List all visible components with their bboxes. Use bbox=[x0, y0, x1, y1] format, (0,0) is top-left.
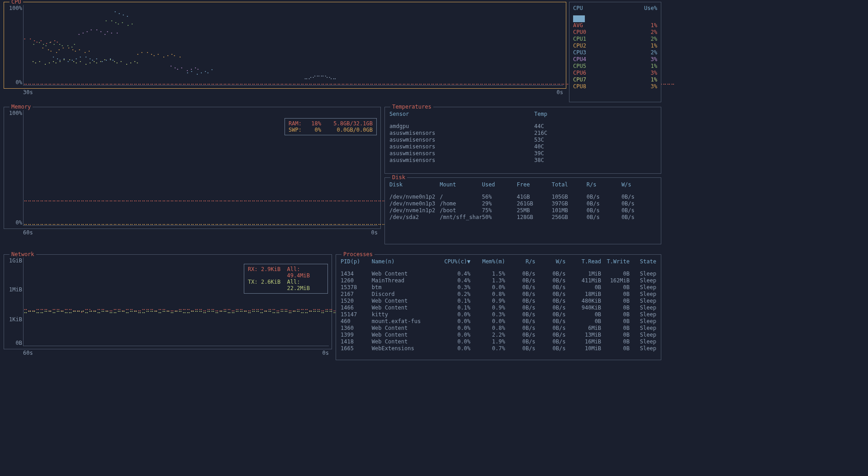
proc-cell: 0.9% bbox=[470, 298, 505, 305]
proc-cell: 1.5% bbox=[470, 271, 505, 277]
net-y2: 1KiB bbox=[7, 316, 22, 323]
disk-header-cell[interactable]: Used bbox=[482, 181, 517, 188]
process-row[interactable]: 1360Web Content0.0%0.8%0B/s0B/s6MiB0BSle… bbox=[341, 325, 656, 332]
cpu-y-top: 100% bbox=[7, 5, 22, 11]
cpu-list-row[interactable]: CPU02% bbox=[573, 29, 657, 36]
cpu-list-row[interactable]: All bbox=[573, 15, 657, 22]
process-row[interactable]: 15378btm0.3%0.0%0B/s0B/s0B0BSleep bbox=[341, 284, 656, 291]
process-row[interactable]: 1466Web Content0.1%0.9%0B/s0B/s940KiB0BS… bbox=[341, 305, 656, 311]
process-row[interactable]: 1260MainThread0.4%1.3%0B/s0B/s411MiB162M… bbox=[341, 277, 656, 284]
network-chart-panel[interactable]: Network 1GiB 1MiB 1KiB 0B ⠒⠤⠤⠒⠒⠒⠤⠒⠒⠤⠒⠒⠤⠤… bbox=[4, 254, 332, 349]
cpu-list-row[interactable]: CPU71% bbox=[573, 76, 657, 83]
temp-row[interactable]: asuswmisensors53C bbox=[389, 137, 656, 143]
proc-header-cell[interactable]: T.Read bbox=[565, 258, 601, 265]
proc-header-cell[interactable]: PID(p) bbox=[341, 258, 372, 265]
cpu-name: CPU2 bbox=[573, 43, 586, 49]
process-row[interactable]: 1434Web Content0.4%1.5%0B/s0B/s1MiB0BSle… bbox=[341, 271, 656, 277]
cpu-list-row[interactable]: CPU12% bbox=[573, 36, 657, 43]
temp-row[interactable]: asuswmisensors216C bbox=[389, 130, 656, 137]
disk-header-cell[interactable]: Disk bbox=[389, 181, 440, 188]
disk-row[interactable]: /dev/nvme0n1p3/home29%261GB397GB0B/s0B/s bbox=[389, 200, 656, 207]
proc-cell: 940KiB bbox=[565, 305, 601, 311]
process-row[interactable]: 1520Web Content0.1%0.9%0B/s0B/s480KiB0BS… bbox=[341, 298, 656, 305]
temp-row[interactable]: asuswmisensors40C bbox=[389, 143, 656, 150]
disk-header-cell[interactable]: W/s bbox=[621, 181, 656, 188]
processes-panel[interactable]: Processes PID(p)Name(n)CPU%(c)▼Mem%(m)R/… bbox=[336, 254, 661, 360]
net-x-end: 0s bbox=[323, 350, 329, 356]
memory-chart-panel[interactable]: Memory 100% 0% ⠒⠒⠒⠒⠒⠒⠒⠒⠒⠒⠒⠒⠒⠒⠒⠒⠒⠒⠒⠒⠒⠒⠒⠒⠒… bbox=[4, 107, 381, 229]
disk-row[interactable]: /dev/nvme1n1p2/boot75%25MB101MB0B/s0B/s bbox=[389, 207, 656, 214]
cpu-list-row[interactable]: AVG1% bbox=[573, 22, 657, 29]
proc-cell: 15378 bbox=[341, 284, 372, 291]
proc-cell: Sleep bbox=[630, 277, 656, 284]
cpu-list-row[interactable]: CPU32% bbox=[573, 49, 657, 56]
proc-cell: 0B bbox=[601, 318, 630, 325]
process-row[interactable]: 15147kitty0.0%0.3%0B/s0B/s0B0BSleep bbox=[341, 311, 656, 318]
proc-header-cell[interactable]: CPU%(c)▼ bbox=[438, 258, 470, 265]
rx-all-val: 49.4MiB bbox=[287, 272, 310, 279]
proc-cell: 0B/s bbox=[536, 298, 566, 305]
proc-header-cell[interactable]: T.Write bbox=[601, 258, 630, 265]
proc-cell: 0B/s bbox=[536, 277, 566, 284]
disk-header-cell[interactable]: Free bbox=[517, 181, 552, 188]
proc-cell: Sleep bbox=[630, 291, 656, 298]
proc-header-cell[interactable]: Name(n) bbox=[372, 258, 438, 265]
temp-row[interactable]: asuswmisensors39C bbox=[389, 150, 656, 157]
disk-header-cell[interactable]: R/s bbox=[587, 181, 621, 188]
process-row[interactable]: 2167Discord0.2%0.8%0B/s0B/s18MiB0BSleep bbox=[341, 291, 656, 298]
cpu-list-row[interactable]: CPU21% bbox=[573, 43, 657, 49]
disk-header-cell[interactable]: Total bbox=[552, 181, 587, 188]
proc-cell: MainThread bbox=[372, 277, 438, 284]
temp-val: 216C bbox=[534, 130, 561, 137]
disk-row[interactable]: /dev/nvme0n1p2/56%41GB105GB0B/s0B/s bbox=[389, 194, 656, 200]
disk-cell: /dev/nvme1n1p2 bbox=[389, 207, 440, 214]
proc-cell: 1.9% bbox=[470, 338, 505, 345]
temp-val: 39C bbox=[534, 150, 561, 157]
proc-cell: 0B bbox=[601, 311, 630, 318]
proc-cell: 0.0% bbox=[470, 284, 505, 291]
disk-cell: /dev/nvme0n1p2 bbox=[389, 194, 440, 200]
cpu-list-row[interactable]: CPU43% bbox=[573, 56, 657, 63]
proc-cell: 0B/s bbox=[536, 311, 566, 318]
swp-pct: 0% bbox=[307, 127, 321, 133]
disk-cell: 75% bbox=[482, 207, 517, 214]
temp-row[interactable]: amdgpu44C bbox=[389, 123, 656, 130]
disk-header-cell[interactable]: Mount bbox=[440, 181, 482, 188]
process-row[interactable]: 1399Web Content0.0%2.2%0B/s0B/s13MiB0BSl… bbox=[341, 332, 656, 338]
proc-header-cell[interactable]: Mem%(m) bbox=[470, 258, 505, 265]
proc-cell: Discord bbox=[372, 291, 438, 298]
proc-header-cell[interactable]: W/s bbox=[536, 258, 566, 265]
process-row[interactable]: 1665WebExtensions0.0%0.7%0B/s0B/s10MiB0B… bbox=[341, 345, 656, 352]
cpu-list-panel[interactable]: CPU Use% AllAVG1%CPU02%CPU12%CPU21%CPU32… bbox=[569, 2, 661, 102]
cpu-name: CPU1 bbox=[573, 36, 586, 43]
cpu-list-row[interactable]: CPU63% bbox=[573, 70, 657, 76]
proc-cell: 0B/s bbox=[505, 332, 536, 338]
proc-cell: 0.7% bbox=[470, 345, 505, 352]
mem-y-top: 100% bbox=[7, 110, 22, 116]
proc-cell: Web Content bbox=[372, 298, 438, 305]
temperatures-panel[interactable]: Temperatures Sensor Temp amdgpu44Casuswm… bbox=[384, 107, 661, 174]
proc-cell: 1665 bbox=[341, 345, 372, 352]
rx-val: 2.9KiB bbox=[261, 266, 280, 272]
cpu-use: 2% bbox=[651, 49, 657, 56]
disk-cell: 0B/s bbox=[587, 207, 621, 214]
cpu-list-row[interactable]: CPU83% bbox=[573, 83, 657, 90]
cpu-list-row[interactable]: CPU51% bbox=[573, 63, 657, 70]
proc-cell: 13MiB bbox=[565, 332, 601, 338]
proc-cell: 0B bbox=[601, 338, 630, 345]
proc-cell: 0B bbox=[601, 332, 630, 338]
process-row[interactable]: 1418Web Content0.0%1.9%0B/s0B/s16MiB0BSl… bbox=[341, 338, 656, 345]
process-row[interactable]: 460mount.exfat-fus0.0%0.0%0B/s0B/s0B0BSl… bbox=[341, 318, 656, 325]
disk-panel[interactable]: Disk DiskMountUsedFreeTotalR/sW/s /dev/n… bbox=[384, 177, 661, 244]
proc-cell: 0.0% bbox=[438, 325, 470, 332]
proc-cell: 1MiB bbox=[565, 271, 601, 277]
proc-cell: 0.0% bbox=[438, 311, 470, 318]
temp-header-temp: Temp bbox=[534, 111, 561, 118]
proc-cell: Sleep bbox=[630, 284, 656, 291]
disk-row[interactable]: /dev/sda2/mnt/sff_shar50%128GB256GB0B/s0… bbox=[389, 214, 656, 221]
temp-row[interactable]: asuswmisensors38C bbox=[389, 157, 656, 164]
disk-title: Disk bbox=[390, 174, 407, 181]
cpu-chart-panel[interactable]: CPU 100% 0% ⣀⣀⣀⣀⣀⣀⣀⣀⣀⣀⣀⣀⣀⣀⣀⣀⣀⣀⣀⣀⣀⣀⣀⣀⣀⣀⣀⣀… bbox=[4, 2, 566, 89]
proc-header-cell[interactable]: R/s bbox=[505, 258, 536, 265]
proc-header-cell[interactable]: State bbox=[630, 258, 656, 265]
